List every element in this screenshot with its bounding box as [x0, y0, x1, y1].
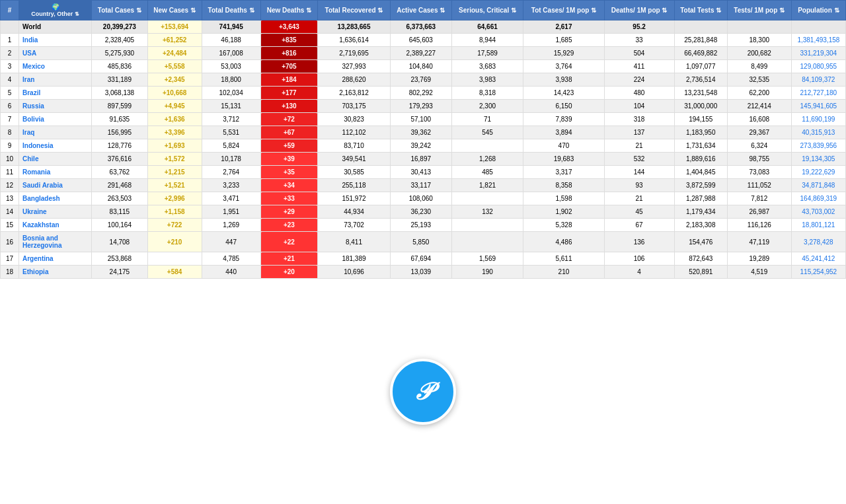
col-tests-per1m[interactable]: Tests/ 1M pop ⇅ — [727, 1, 791, 20]
country-link[interactable]: Romania — [22, 168, 50, 176]
row-active-cases: 5,850 — [390, 232, 451, 252]
row-new-cases: +584 — [147, 266, 202, 279]
row-new-deaths: +130 — [260, 100, 317, 113]
row-rank: 3 — [1, 60, 19, 73]
country-link[interactable]: India — [22, 36, 38, 44]
country-link[interactable]: Russia — [22, 102, 44, 110]
sort-icon-total-cases: ⇅ — [136, 7, 141, 14]
row-rank: 1 — [1, 34, 19, 47]
row-country[interactable]: Mexico — [19, 60, 92, 73]
country-link[interactable]: Brazil — [22, 89, 40, 96]
row-country[interactable]: Bosnia and Herzegovina — [19, 232, 92, 252]
country-link[interactable]: Argentina — [22, 255, 54, 262]
col-rank[interactable]: # — [1, 1, 19, 20]
row-rank: 15 — [1, 219, 19, 232]
col-tot-cases-per1m[interactable]: Tot Cases/ 1M pop ⇅ — [523, 1, 604, 20]
row-country[interactable]: Saudi Arabia — [19, 179, 92, 192]
row-total-deaths: 3,471 — [202, 192, 260, 205]
col-new-deaths[interactable]: New Deaths ⇅ — [260, 1, 317, 20]
row-deaths-per1m: 411 — [604, 60, 674, 73]
col-total-cases[interactable]: Total Cases ⇅ — [92, 1, 148, 20]
world-rank — [1, 20, 19, 34]
row-deaths-per1m: 136 — [604, 232, 674, 252]
row-new-cases: +1,572 — [147, 153, 202, 166]
country-link[interactable]: Ukraine — [22, 208, 47, 215]
row-rank: 14 — [1, 205, 19, 219]
row-serious: 8,318 — [451, 87, 523, 100]
table-row: 7 Bolivia 91,635 +1,636 3,712 +72 30,823… — [1, 113, 846, 126]
row-country[interactable]: Kazakhstan — [19, 219, 92, 232]
row-serious: 1,821 — [451, 179, 523, 192]
row-country[interactable]: Argentina — [19, 252, 92, 266]
country-link[interactable]: Indonesia — [22, 142, 54, 149]
country-link[interactable]: Bosnia and Herzegovina — [22, 234, 61, 249]
country-link[interactable]: Ethiopia — [22, 268, 48, 275]
row-country[interactable]: Chile — [19, 153, 92, 166]
row-country[interactable]: Brazil — [19, 87, 92, 100]
table-row: 15 Kazakhstan 100,164 +722 1,269 +23 73,… — [1, 219, 846, 232]
row-deaths-per1m: 480 — [604, 87, 674, 100]
row-country[interactable]: Romania — [19, 166, 92, 179]
col-total-recovered[interactable]: Total Recovered ⇅ — [318, 1, 391, 20]
col-total-tests[interactable]: Total Tests ⇅ — [674, 1, 727, 20]
country-link[interactable]: Iraq — [22, 129, 34, 136]
world-total-deaths: 741,945 — [202, 20, 260, 34]
country-link[interactable]: Bolivia — [22, 116, 44, 123]
table-row: 12 Saudi Arabia 291,468 +1,521 3,233 +34… — [1, 179, 846, 192]
country-link[interactable]: Iran — [22, 76, 34, 83]
row-tot-per1m: 8,358 — [523, 179, 604, 192]
row-total-cases: 485,836 — [92, 60, 148, 73]
row-new-deaths: +29 — [260, 205, 317, 219]
row-rank: 8 — [1, 126, 19, 139]
col-country[interactable]: 🌍 Country, Other ⇅ — [19, 1, 92, 20]
row-new-cases: +24,484 — [147, 47, 202, 60]
table-row: 10 Chile 376,616 +1,572 10,178 +39 349,5… — [1, 153, 846, 166]
row-country[interactable]: Bangladesh — [19, 192, 92, 205]
col-active-cases[interactable]: Active Cases ⇅ — [390, 1, 451, 20]
row-country[interactable]: Iran — [19, 73, 92, 87]
col-deaths-per1m[interactable]: Deaths/ 1M pop ⇅ — [604, 1, 674, 20]
row-new-cases: +3,396 — [147, 126, 202, 139]
table-row: 13 Bangladesh 263,503 +2,996 3,471 +33 1… — [1, 192, 846, 205]
row-country[interactable]: Iraq — [19, 126, 92, 139]
col-total-deaths[interactable]: Total Deaths ⇅ — [202, 1, 260, 20]
col-serious-critical[interactable]: Serious, Critical ⇅ — [451, 1, 523, 20]
row-total-tests: 1,287,988 — [674, 192, 727, 205]
row-population: 115,254,952 — [791, 266, 845, 279]
row-population: 273,839,956 — [791, 139, 845, 153]
row-country[interactable]: Bolivia — [19, 113, 92, 126]
row-total-tests: 1,179,434 — [674, 205, 727, 219]
row-total-recovered: 112,102 — [318, 126, 391, 139]
row-new-cases: +210 — [147, 232, 202, 252]
row-new-deaths: +816 — [260, 47, 317, 60]
row-rank: 6 — [1, 100, 19, 113]
country-link[interactable]: Saudi Arabia — [22, 182, 63, 189]
row-total-deaths: 3,712 — [202, 113, 260, 126]
row-total-deaths: 53,003 — [202, 60, 260, 73]
country-link[interactable]: Chile — [22, 155, 38, 162]
row-country[interactable]: Russia — [19, 100, 92, 113]
row-new-deaths: +835 — [260, 34, 317, 47]
col-new-cases[interactable]: New Cases ⇅ — [147, 1, 202, 20]
country-link[interactable]: Kazakhstan — [22, 221, 59, 229]
table-row: 18 Ethiopia 24,175 +584 440 +20 10,696 1… — [1, 266, 846, 279]
table-row: 17 Argentina 253,868 4,785 +21 181,389 6… — [1, 252, 846, 266]
row-tot-per1m: 470 — [523, 139, 604, 153]
col-population[interactable]: Population ⇅ — [791, 1, 845, 20]
row-new-deaths: +705 — [260, 60, 317, 73]
country-link[interactable]: Bangladesh — [22, 195, 60, 202]
row-deaths-per1m: 106 — [604, 252, 674, 266]
row-country[interactable]: USA — [19, 47, 92, 60]
row-total-cases: 14,708 — [92, 232, 148, 252]
row-tot-per1m: 14,423 — [523, 87, 604, 100]
row-country[interactable]: India — [19, 34, 92, 47]
world-new-cases: +153,694 — [147, 20, 202, 34]
country-link[interactable]: Mexico — [22, 63, 45, 70]
country-link[interactable]: USA — [22, 50, 36, 57]
row-country[interactable]: Indonesia — [19, 139, 92, 153]
row-country[interactable]: Ethiopia — [19, 266, 92, 279]
row-population: 145,941,605 — [791, 100, 845, 113]
row-country[interactable]: Ukraine — [19, 205, 92, 219]
row-active-cases: 57,100 — [390, 113, 451, 126]
row-tests-per1m: 8,499 — [727, 60, 791, 73]
